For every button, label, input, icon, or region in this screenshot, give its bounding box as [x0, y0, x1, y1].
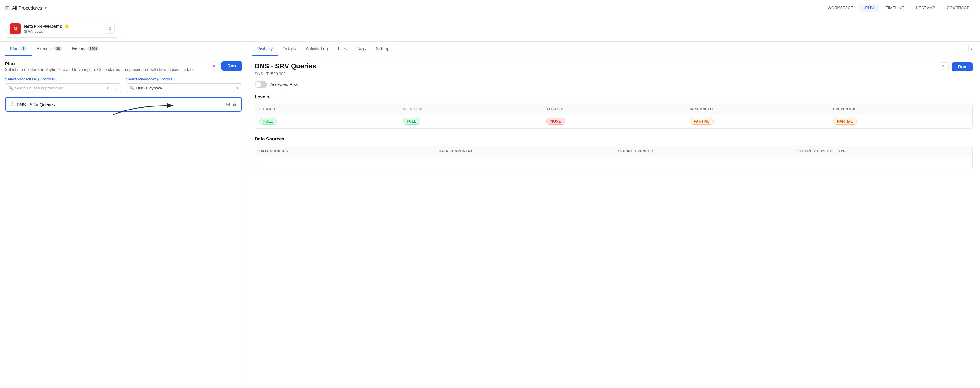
badge-detected: FULL — [403, 118, 420, 125]
plan-description: Plan Select a procedure or playbook to a… — [5, 61, 194, 72]
chevron-down-icon: ▾ — [45, 6, 47, 10]
procedures-title: All Procedures — [12, 5, 42, 11]
accepted-risk: Accepted Risk — [255, 81, 972, 88]
levels-values-row: FULL FULL NONE PARTIAL PARTIAL — [255, 114, 972, 128]
os-icon: ⊞ — [24, 29, 27, 34]
ds-header-component: DATA COMPONENT — [434, 146, 614, 156]
tab-workspace[interactable]: WORKSPACE — [822, 4, 859, 12]
badge-prevented: PARTIAL — [833, 118, 857, 125]
select-row: Select Procedure: (Optional) 🔍 Search or… — [5, 77, 242, 93]
left-tabs: Plan 1 Execute 36 History 1209 — [0, 42, 247, 56]
procedure-name: DNS - SRV Queries — [17, 102, 223, 107]
proc-detail-subtitle: DNS | T1590.002 — [255, 72, 316, 76]
proc-detail-info: DNS - SRV Queries DNS | T1590.002 — [255, 62, 316, 76]
tab-details[interactable]: Details — [278, 42, 301, 56]
top-nav-tabs: WORKSPACE RUN TIMELINE HEATMAP COVERAGE — [822, 4, 975, 12]
badge-alerted: NONE — [546, 118, 565, 125]
data-sources-title: Data Sources — [255, 136, 972, 141]
proc-detail-title: DNS - SRV Queries — [255, 62, 316, 70]
tab-visibility[interactable]: Visibility — [252, 42, 278, 56]
right-panel: Visibility Details Activity Log Files Ta… — [247, 42, 980, 388]
right-tabs-row: Visibility Details Activity Log Files Ta… — [247, 42, 980, 56]
levels-title: Levels — [255, 94, 972, 99]
right-content: DNS - SRV Queries DNS | T1590.002 ✎ Run … — [247, 56, 980, 388]
select-playbook-label: Select Playbook: (Optional) — [126, 77, 242, 81]
cell-detected: FULL — [398, 114, 542, 128]
right-tabs: Visibility Details Activity Log Files Ta… — [252, 42, 396, 56]
procedure-placeholder: Search or select procedure — [15, 86, 105, 90]
select-procedure-group: Select Procedure: (Optional) 🔍 Search or… — [5, 77, 121, 93]
tab-timeline[interactable]: TIMELINE — [880, 4, 910, 12]
cell-responded: PARTIAL — [686, 114, 829, 128]
cell-alerted: NONE — [542, 114, 686, 128]
procedure-item: ⠿ DNS - SRV Queries ⊞ 🗑 — [5, 97, 242, 112]
execute-badge: 36 — [54, 46, 62, 51]
tab-history[interactable]: History 1209 — [67, 42, 104, 56]
agent-area: N NetSPI-RPM-Demo ⭐ ⊞ Windows ⚙ — [0, 16, 980, 42]
agent-os: ⊞ Windows — [24, 29, 69, 34]
tab-plan[interactable]: Plan 1 — [5, 42, 32, 56]
tab-execute[interactable]: Execute 36 — [32, 42, 67, 56]
ds-empty-row — [255, 156, 972, 169]
playbook-value: DNS Playbook — [136, 86, 235, 90]
levels-table: LOGGED DETECTED ALERTED RESPONDED PREVEN… — [255, 104, 972, 129]
header-alerted: ALERTED — [542, 104, 686, 114]
accepted-risk-label: Accepted Risk — [270, 82, 298, 87]
playbook-search-icon: 🔍 — [129, 86, 134, 90]
cell-prevented: PARTIAL — [829, 114, 972, 128]
procedure-actions: ⊞ 🗑 — [226, 102, 237, 107]
tab-tags[interactable]: Tags — [352, 42, 371, 56]
select-playbook-input[interactable]: 🔍 DNS Playbook ▾ — [126, 83, 242, 93]
grid-icon: ⊞ — [5, 5, 10, 11]
collapse-button[interactable]: ‹ — [968, 45, 975, 53]
procedure-grid-button[interactable]: ⊞ — [226, 102, 230, 107]
tab-settings[interactable]: Settings — [371, 42, 397, 56]
history-badge: 1209 — [88, 46, 99, 51]
cell-logged: FULL — [255, 114, 398, 128]
agent-name: NetSPI-RPM-Demo ⭐ — [24, 24, 69, 29]
levels-header: LOGGED DETECTED ALERTED RESPONDED PREVEN… — [255, 104, 972, 114]
agent-info: NetSPI-RPM-Demo ⭐ ⊞ Windows — [24, 24, 69, 34]
run-button[interactable]: Run — [952, 62, 972, 72]
procedures-dropdown[interactable]: ⊞ All Procedures ▾ — [5, 5, 47, 11]
plan-desc: Select a procedure or playbook to add to… — [5, 67, 194, 72]
proc-detail-header: DNS - SRV Queries DNS | T1590.002 ✎ Run — [255, 62, 972, 76]
proc-detail-actions: ✎ Run — [939, 62, 972, 72]
data-sources-table: DATA SOURCES DATA COMPONENT SECURITY VEN… — [255, 146, 972, 169]
tab-coverage[interactable]: COVERAGE — [941, 4, 975, 12]
header-responded: RESPONDED — [686, 104, 829, 114]
plan-title: Plan — [5, 61, 194, 66]
drag-handle-icon: ⠿ — [10, 102, 14, 107]
agent-left: N NetSPI-RPM-Demo ⭐ ⊞ Windows — [10, 23, 69, 34]
tab-run[interactable]: RUN — [859, 4, 879, 12]
main-content: Plan 1 Execute 36 History 1209 Plan Sele… — [0, 42, 980, 388]
header-logged: LOGGED — [255, 104, 398, 114]
procedure-grid-icon: ⊞ — [111, 86, 118, 90]
select-procedure-input[interactable]: 🔍 Search or select procedure ▾ ⊞ — [5, 83, 121, 93]
agent-badge: ⭐ — [64, 24, 69, 29]
agent-settings-button[interactable]: ⚙ — [105, 24, 115, 34]
left-panel: Plan 1 Execute 36 History 1209 Plan Sele… — [0, 42, 247, 388]
header-prevented: PREVENTED — [829, 104, 972, 114]
clear-button[interactable]: ✕ — [209, 61, 219, 71]
ds-header: DATA SOURCES DATA COMPONENT SECURITY VEN… — [255, 146, 972, 156]
search-icon: 🔍 — [8, 86, 13, 90]
ds-header-vendor: SECURITY VENDOR — [614, 146, 793, 156]
top-nav: ⊞ All Procedures ▾ WORKSPACE RUN TIMELIN… — [0, 0, 980, 16]
agent-card: N NetSPI-RPM-Demo ⭐ ⊞ Windows ⚙ — [5, 20, 119, 38]
plan-header: Plan Select a procedure or playbook to a… — [5, 61, 242, 72]
tab-heatmap[interactable]: HEATMAP — [910, 4, 940, 12]
ds-header-sources: DATA SOURCES — [255, 146, 434, 156]
procedure-delete-button[interactable]: 🗑 — [232, 102, 237, 107]
accepted-risk-toggle[interactable] — [255, 81, 267, 88]
select-playbook-group: Select Playbook: (Optional) 🔍 DNS Playbo… — [126, 77, 242, 93]
playbook-chevron-icon: ▾ — [237, 86, 239, 90]
agent-icon: N — [10, 23, 21, 34]
plan-badge: 1 — [21, 46, 27, 51]
plan-run-button[interactable]: Run — [221, 61, 242, 70]
tab-activity-log[interactable]: Activity Log — [301, 42, 333, 56]
edit-button[interactable]: ✎ — [939, 62, 949, 72]
select-procedure-label: Select Procedure: (Optional) — [5, 77, 121, 81]
tab-files[interactable]: Files — [333, 42, 352, 56]
procedure-chevron-icon: ▾ — [107, 86, 108, 90]
